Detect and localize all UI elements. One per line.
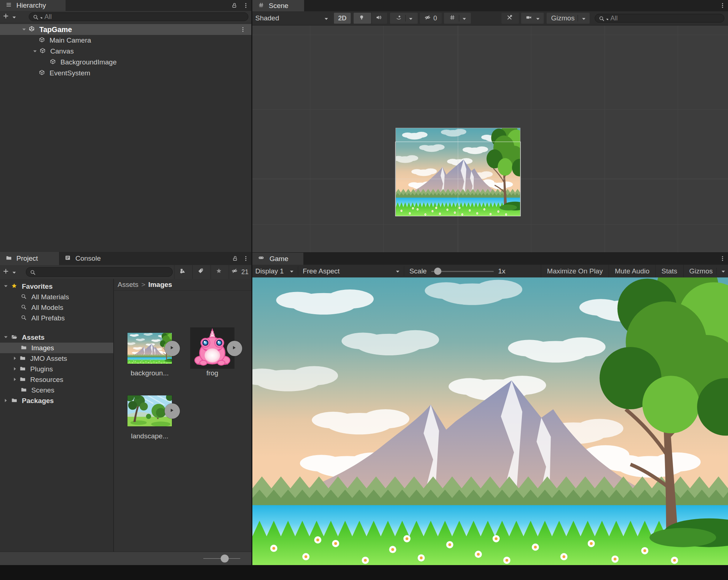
create-asset-button[interactable] [0,268,19,276]
game-rendered-frame [252,277,728,565]
thumbnail-size-slider-thumb[interactable] [221,555,229,563]
scene-gizmos-dropdown[interactable]: Gizmos [547,13,590,24]
filter-by-label-button[interactable] [192,265,210,279]
play-overlay-icon[interactable] [227,341,242,356]
tab-project[interactable]: Project [0,252,59,265]
maximize-on-play-button[interactable]: Maximize On Play [541,265,609,277]
scene-tools-button[interactable] [501,13,519,24]
2d-toggle-button[interactable]: 2D [334,13,351,24]
audio-toggle-button[interactable] [372,13,387,24]
scale-slider-thumb[interactable] [434,268,441,275]
mute-audio-button[interactable]: Mute Audio [609,265,655,277]
shading-mode-dropdown[interactable]: Shaded [252,14,332,22]
kebab-menu-icon[interactable] [240,0,251,11]
row-kebab-menu-icon[interactable] [237,27,248,33]
crosshair-vertical [458,128,458,216]
aspect-ratio-dropdown[interactable]: Free Aspect [298,265,404,277]
expander-right-icon[interactable] [3,398,9,404]
expander-right-icon[interactable] [12,355,18,362]
chevron-down-icon [11,270,16,274]
grid-visibility-dropdown[interactable] [444,13,471,24]
chevron-down-icon [408,16,412,20]
game-viewport[interactable] [252,277,728,565]
grid-icon [449,15,457,22]
tab-scene[interactable]: Scene [252,0,304,11]
tree-row-plugins[interactable]: Plugins [0,364,113,374]
tree-row-main-camera[interactable]: Main Camera [0,35,251,46]
expander-down-icon[interactable] [32,48,38,55]
scale-slider[interactable] [431,267,494,275]
play-overlay-icon[interactable] [165,403,180,419]
camera-settings-dropdown[interactable] [521,13,544,24]
expander-down-icon[interactable] [21,27,27,33]
folder-icon [21,387,28,394]
tree-row-favorites[interactable]: Favorites [0,281,113,292]
project-body: Favorites All Materials All Models All P… [0,279,251,552]
kebab-menu-icon[interactable] [717,0,728,11]
tree-row-all-prefabs[interactable]: All Prefabs [0,313,113,323]
tree-row-all-materials[interactable]: All Materials [0,292,113,302]
tab-console[interactable]: Console [59,252,122,265]
expander-right-icon[interactable] [12,376,18,383]
hidden-objects-button[interactable]: 0 [420,13,442,24]
gamepad-icon [258,255,266,263]
scene-viewport[interactable] [252,25,728,252]
eye-off-icon [232,268,240,276]
tree-row-tapgame[interactable]: TapGame [0,24,251,35]
tree-row-canvas[interactable]: Canvas [0,46,251,57]
game-gizmos-dropdown[interactable]: Gizmos [683,265,728,277]
breadcrumb-images[interactable]: Images [148,281,172,289]
cube-icon [39,70,46,77]
star-icon [11,283,19,290]
tree-row-backgroundimage[interactable]: BackgroundImage [0,57,251,68]
tree-row-resources[interactable]: Resources [0,374,113,385]
filter-by-type-button[interactable] [174,265,192,279]
plus-icon [3,13,10,20]
asset-label[interactable]: backgroun... [121,369,179,377]
asset-label[interactable]: frog [183,369,241,377]
stats-button[interactable]: Stats [655,265,683,277]
project-folder-tree: Favorites All Materials All Models All P… [0,279,113,552]
thumbnail-size-slider[interactable] [203,555,240,563]
tab-game[interactable]: Game [252,253,303,265]
hidden-count-button[interactable]: 21 [229,265,251,279]
panel-divider[interactable] [251,0,252,565]
hierarchy-search-input[interactable]: All [29,12,248,21]
create-button[interactable] [0,13,19,20]
tab-scene-label: Scene [269,2,288,10]
tree-row-images[interactable]: Images [0,343,113,353]
tree-row-jmo-assets[interactable]: JMO Assets [0,353,113,364]
tab-hierarchy[interactable]: Hierarchy [0,0,66,11]
project-search-input[interactable] [26,267,173,277]
lock-icon[interactable] [229,252,240,265]
effects-dropdown-button[interactable] [390,13,418,24]
cube-icon [39,37,46,44]
kebab-menu-icon[interactable] [240,252,251,265]
breadcrumb-assets[interactable]: Assets [118,281,138,289]
expander-down-icon[interactable] [3,334,9,340]
tab-game-label: Game [269,255,288,263]
display-dropdown[interactable]: Display 1 [252,265,298,277]
folder-icon [21,344,28,352]
play-overlay-icon[interactable] [165,341,180,356]
lock-icon[interactable] [229,0,240,11]
tab-hierarchy-label: Hierarchy [16,1,46,9]
chevron-down-icon [720,269,725,273]
project-toolbar: 21 [0,265,251,279]
asset-label[interactable]: landscape... [121,432,179,440]
hierarchy-tree: TapGame Main Camera Canvas BackgroundIma… [0,23,251,252]
tree-row-assets[interactable]: Assets [0,332,113,343]
scene-search-input[interactable]: All [595,14,724,23]
project-panel: Project Console 21 [0,252,251,565]
expander-right-icon[interactable] [12,366,18,372]
tree-row-scenes[interactable]: Scenes [0,385,113,395]
kebab-menu-icon[interactable] [717,253,728,265]
favorites-filter-button[interactable] [210,265,229,279]
tree-row-packages[interactable]: Packages [0,395,113,406]
tree-row-all-models[interactable]: All Models [0,302,113,313]
tools-icon [507,15,514,22]
lighting-toggle-button[interactable] [354,13,371,24]
tree-row-eventsystem[interactable]: EventSystem [0,68,251,79]
tab-project-label: Project [16,255,38,263]
expander-down-icon[interactable] [3,283,9,289]
